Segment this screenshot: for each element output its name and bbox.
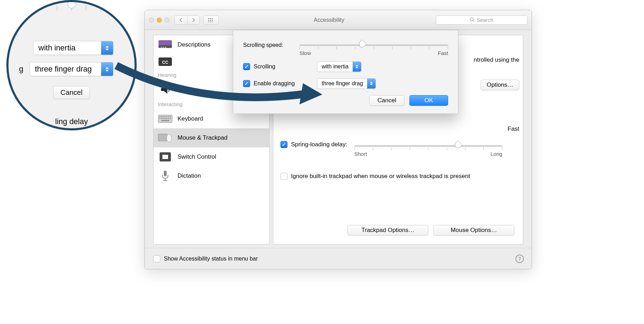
svg-point-15 [165,47,166,48]
accessibility-window: Accessibility Search Descriptions CC Hea… [144,10,532,269]
options-button[interactable]: Options… [481,80,519,90]
chevron-updown-icon [367,79,376,88]
toolbar: Accessibility Search [145,10,532,30]
sidebar-label: Switch Control [178,153,216,160]
slow-label: Slow [299,50,311,56]
svg-line-10 [473,20,474,22]
scrolling-speed-row: Scrolling speed: Slow Fast [243,40,448,50]
scrolling-speed-slider[interactable] [299,40,448,50]
chevron-updown-icon [101,62,113,76]
forward-button[interactable] [187,16,200,25]
sidebar-item-dictation[interactable]: Dictation [154,166,269,185]
dictation-icon [158,170,173,182]
cancel-button[interactable]: Cancel [369,95,404,106]
svg-rect-26 [159,118,160,119]
svg-rect-5 [212,20,213,21]
trackpad-options-button[interactable]: Trackpad Options… [347,225,428,236]
zoom-window-button[interactable] [165,18,169,23]
sidebar-label: Dictation [178,172,201,179]
descriptions-icon [158,39,173,51]
window-title: Accessibility [222,17,436,23]
zoom-bottom-fragment: ling delay [55,117,88,126]
controlled-text-fragment: ntrolled using the [474,56,519,63]
spring-loading-checkbox[interactable] [280,141,287,148]
sidebar-item-mouse-trackpad[interactable]: Mouse & Trackpad [154,128,269,147]
svg-rect-3 [208,20,209,21]
chevron-updown-icon [101,41,113,55]
bottom-bar: Show Accessibility status in menu bar ? [145,248,532,269]
svg-point-35 [167,134,172,142]
svg-point-13 [161,47,162,48]
search-placeholder: Search [477,17,494,23]
dragging-mode-popup[interactable]: three finger drag [317,78,376,89]
sidebar-label: Keyboard [178,115,203,122]
ignore-trackpad-label: Ignore built-in trackpad when mouse or w… [291,173,506,180]
mouse-trackpad-icon [158,132,173,144]
fast-label: Fast [438,50,448,56]
spring-loading-slider[interactable] [354,141,502,151]
sidebar-item-switch-control[interactable]: Switch Control [154,147,269,166]
zoom-inertia-value: with inertia [33,43,101,53]
mouse-options-button[interactable]: Mouse Options… [433,225,514,236]
svg-rect-24 [168,116,169,117]
svg-rect-37 [162,155,168,159]
back-button[interactable] [174,16,187,25]
svg-rect-23 [166,116,167,117]
svg-rect-28 [163,118,164,119]
svg-rect-1 [210,18,211,19]
svg-rect-34 [158,134,167,141]
svg-rect-25 [170,116,171,117]
long-label: Long [490,151,502,157]
svg-rect-31 [168,118,169,119]
svg-point-9 [470,18,473,21]
svg-rect-38 [164,171,167,176]
svg-rect-8 [212,22,213,22]
show-status-label: Show Accessibility status in menu bar [164,256,258,262]
help-button[interactable]: ? [515,255,524,263]
show-status-checkbox[interactable] [153,255,160,262]
fast-label: Fast [508,126,519,133]
svg-rect-21 [163,116,164,117]
search-input[interactable]: Search [436,16,527,25]
keyboard-icon [158,113,173,125]
minimize-window-button[interactable] [157,18,162,23]
svg-rect-22 [165,116,166,117]
scrolling-speed-label: Scrolling speed: [243,42,299,48]
switch-control-icon [158,151,173,163]
zoom-scrolling-popup[interactable]: with inertia [33,41,113,55]
svg-rect-27 [161,118,162,119]
zoom-dragging-popup[interactable]: three finger drag [30,62,113,76]
svg-rect-32 [170,118,171,119]
ok-button[interactable]: OK [409,95,448,106]
svg-rect-20 [161,116,162,117]
dragging-mode-value: three finger drag [317,80,367,87]
close-window-button[interactable] [149,18,154,23]
sidebar-label: Mouse & Trackpad [178,134,228,141]
svg-rect-2 [212,18,213,19]
sidebar-label: Descriptions [178,41,211,48]
svg-rect-4 [210,20,211,21]
zoom-g-fragment: g [19,65,30,74]
svg-rect-33 [161,120,169,121]
svg-point-14 [163,47,164,48]
short-label: Short [354,151,367,157]
search-icon [470,18,475,22]
svg-rect-6 [208,22,209,22]
grid-icon [208,18,214,22]
show-all-button[interactable] [203,16,219,25]
chevron-updown-icon [353,62,361,72]
svg-rect-7 [210,22,211,22]
zoom-cancel-button[interactable]: Cancel [53,86,90,99]
traffic-lights [149,18,169,23]
zoom-three-finger-value: three finger drag [30,65,101,74]
annotation-arrow-icon [113,62,324,108]
ignore-trackpad-checkbox[interactable] [280,173,287,180]
nav-segment [174,16,200,25]
svg-rect-19 [159,116,160,117]
svg-rect-29 [165,118,166,119]
spring-loading-label: Spring-loading delay: [291,141,347,148]
svg-rect-30 [166,118,167,119]
svg-rect-0 [208,18,209,19]
